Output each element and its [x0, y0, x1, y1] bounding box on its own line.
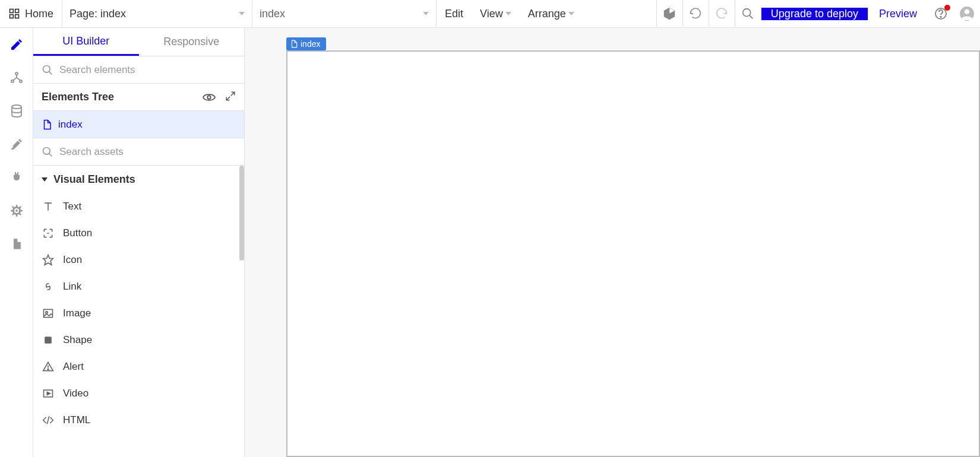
gear-icon: [10, 204, 24, 218]
search-assets-input[interactable]: [59, 146, 236, 158]
search-icon: [741, 7, 754, 20]
element-label: Icon: [63, 254, 82, 266]
database-icon: [10, 104, 24, 118]
edit-menu-label: Edit: [445, 8, 463, 20]
element-label: HTML: [63, 414, 90, 426]
caret-down-icon: [42, 177, 48, 182]
home-button[interactable]: Home: [0, 0, 62, 27]
tab-ui-builder[interactable]: UI Builder: [33, 28, 139, 56]
page-selector[interactable]: Page: index: [62, 0, 252, 27]
element-link[interactable]: Link: [33, 273, 244, 300]
nav-logs[interactable]: [8, 236, 25, 252]
element-selector[interactable]: index: [252, 0, 437, 27]
canvas[interactable]: [286, 50, 980, 457]
view-menu-label: View: [480, 8, 503, 20]
home-label: Home: [25, 8, 53, 20]
search-icon: [42, 64, 53, 76]
section-label: Visual Elements: [53, 173, 135, 186]
cube-button[interactable]: [656, 0, 682, 28]
chevron-down-icon: [568, 12, 574, 15]
element-text[interactable]: Text: [33, 193, 244, 220]
expand-icon[interactable]: [225, 91, 236, 104]
svg-line-5: [750, 15, 753, 19]
shape-icon: [42, 334, 55, 347]
video-icon: [42, 387, 55, 400]
element-alert[interactable]: Alert: [33, 353, 244, 380]
svg-marker-26: [47, 392, 50, 395]
svg-line-27: [47, 416, 49, 424]
help-button[interactable]: [928, 0, 954, 28]
tab-responsive[interactable]: Responsive: [139, 28, 245, 56]
workflow-icon: [10, 71, 24, 85]
redo-icon: [715, 7, 728, 20]
view-menu[interactable]: View: [472, 0, 520, 27]
element-selector-label: index: [260, 8, 285, 20]
tab-label: Responsive: [163, 36, 219, 48]
svg-point-10: [15, 72, 18, 75]
element-label: Text: [63, 201, 81, 212]
upgrade-button[interactable]: Upgrade to deploy: [761, 8, 868, 20]
element-video[interactable]: Video: [33, 380, 244, 407]
page-selector-label: Page: index: [69, 8, 126, 20]
eye-icon[interactable]: [203, 91, 216, 104]
element-html[interactable]: HTML: [33, 407, 244, 433]
svg-line-15: [49, 71, 52, 74]
nav-settings[interactable]: [8, 202, 25, 219]
element-label: Alert: [63, 361, 84, 373]
nav-workflow[interactable]: [8, 69, 25, 86]
nav-styles[interactable]: [8, 136, 25, 153]
element-icon[interactable]: Icon: [33, 246, 244, 273]
file-icon: [10, 237, 23, 250]
undo-icon: [689, 7, 702, 20]
vertical-nav: [0, 28, 33, 457]
svg-rect-0: [10, 9, 14, 13]
tree-item-label: index: [58, 119, 83, 131]
nav-plugins[interactable]: [8, 169, 25, 186]
canvas-page-tab[interactable]: index: [286, 37, 326, 50]
alert-icon: [42, 360, 55, 373]
plug-icon: [10, 170, 24, 185]
nav-design[interactable]: [8, 36, 25, 53]
edit-menu[interactable]: Edit: [437, 0, 472, 27]
svg-rect-2: [10, 15, 14, 18]
cube-icon: [662, 7, 676, 21]
svg-point-24: [48, 369, 49, 370]
avatar-button[interactable]: [954, 0, 980, 28]
star-icon: [42, 253, 55, 266]
svg-point-16: [207, 96, 211, 99]
notification-dot: [944, 5, 950, 11]
design-icon: [10, 37, 24, 52]
preview-button[interactable]: Preview: [868, 8, 928, 20]
svg-point-11: [11, 80, 14, 82]
user-icon: [959, 6, 975, 21]
svg-marker-19: [43, 255, 53, 265]
upgrade-label: Upgrade to deploy: [771, 8, 858, 20]
nav-data[interactable]: [8, 103, 25, 119]
link-icon: [42, 280, 55, 293]
svg-point-14: [43, 65, 50, 72]
element-shape[interactable]: Shape: [33, 326, 244, 353]
element-button[interactable]: Button: [33, 220, 244, 246]
svg-rect-3: [15, 15, 19, 18]
arrange-menu[interactable]: Arrange: [520, 0, 583, 27]
canvas-area[interactable]: index: [245, 28, 980, 457]
preview-label: Preview: [879, 8, 917, 20]
element-label: Image: [63, 307, 91, 319]
svg-rect-1: [15, 9, 19, 13]
section-visual-elements[interactable]: Visual Elements: [33, 166, 244, 193]
svg-point-4: [743, 9, 751, 17]
element-image[interactable]: Image: [33, 300, 244, 326]
svg-point-13: [12, 105, 21, 109]
tree-header-title: Elements Tree: [42, 91, 114, 103]
scrollbar-thumb[interactable]: [239, 166, 244, 261]
undo-button[interactable]: [682, 0, 709, 28]
element-label: Button: [63, 227, 92, 239]
button-icon: [42, 227, 55, 240]
search-elements-input[interactable]: [59, 64, 236, 76]
tree-item-index[interactable]: index: [33, 111, 244, 138]
redo-button[interactable]: [709, 0, 735, 28]
svg-point-7: [940, 17, 941, 18]
page-icon: [42, 119, 52, 130]
text-icon: [42, 200, 55, 213]
search-button[interactable]: [735, 0, 761, 28]
